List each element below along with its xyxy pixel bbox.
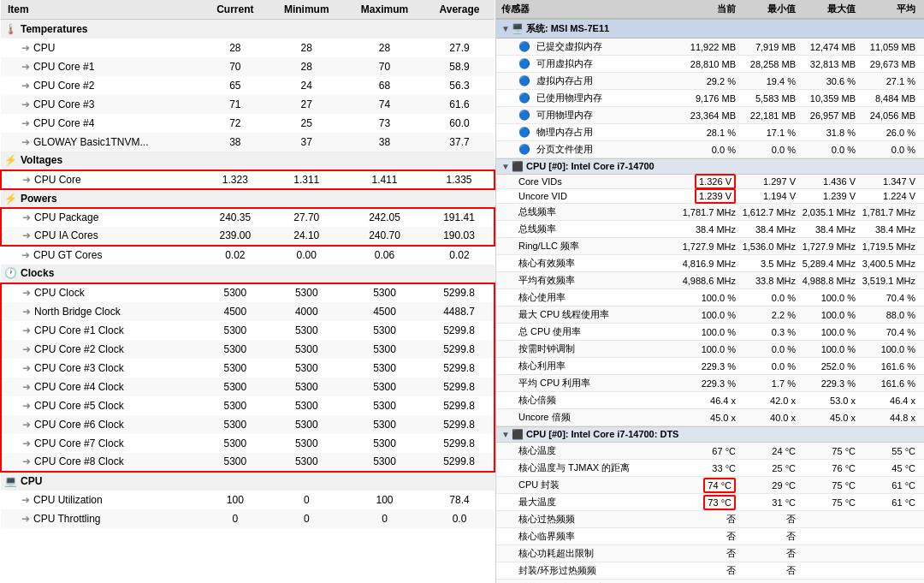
rp-max: 30.6 % — [799, 76, 859, 86]
rp-row-name: 封装/环形过热频频 — [501, 564, 679, 577]
rp-min: 17.1 % — [739, 128, 799, 138]
row-label: CPU Core #5 Clock — [34, 400, 124, 412]
row-average: 5299.8 — [424, 415, 495, 434]
rp-max: 32,813 MB — [799, 59, 859, 69]
row-name: ➜CPU GT Cores — [1, 246, 202, 265]
row-maximum: 5300 — [345, 283, 424, 302]
left-panel: Item Current Minimum Maximum Average 🌡️T… — [0, 0, 496, 583]
rp-row-label: 总 CPU 使用率 — [518, 325, 581, 338]
row-minimum: 5300 — [269, 415, 345, 434]
rp-col-min: 最小值 — [739, 3, 799, 15]
section-icon: ⚡ — [4, 193, 17, 205]
section-header: 🌡️Temperatures — [1, 20, 495, 39]
rp-col-max: 最大值 — [799, 3, 859, 15]
right-panel: 传感器 当前 最小值 最大值 平均 ▼🖥️ 系统: MSI MS-7E11🔵已提… — [496, 0, 924, 583]
rp-max: 100.0 % — [799, 344, 859, 354]
expand-icon[interactable]: ▼ — [501, 162, 510, 171]
rp-min: 24 °C — [739, 446, 799, 456]
section-label: Clocks — [21, 267, 54, 279]
row-name: ➜CPU Package — [1, 208, 202, 227]
rp-min: 否 — [739, 564, 799, 577]
rp-data-row: 核心温度67 °C24 °C75 °C55 °C — [496, 443, 924, 460]
section-name-text: CPU [#0]: Intel Core i7-14700 — [526, 161, 654, 171]
table-row: ➜CPU IA Cores239.0024.10240.70190.03 — [1, 227, 495, 246]
row-arrow-icon: ➜ — [22, 174, 31, 186]
row-minimum: 27 — [269, 95, 345, 114]
rp-min: 0.0 % — [739, 361, 799, 372]
highlighted-current-val: 73 °C — [703, 495, 736, 510]
row-arrow-icon: ➜ — [21, 494, 30, 506]
rp-min: 否 — [739, 530, 799, 543]
rp-data-row: 最大温度73 °C31 °C75 °C61 °C — [496, 494, 924, 511]
rp-data-row: 🔵已使用物理内存9,176 MB5,583 MB10,359 MB8,484 M… — [496, 90, 924, 107]
col-maximum: Maximum — [345, 0, 424, 20]
row-name: ➜CPU Utilization — [1, 491, 202, 509]
highlighted-current-val: 1.326 V — [695, 174, 736, 189]
rp-avg: 8,484 MB — [859, 93, 919, 104]
row-label: CPU Core #3 Clock — [34, 362, 124, 374]
col-minimum: Minimum — [269, 0, 345, 20]
row-average: 5299.8 — [424, 453, 495, 472]
row-minimum: 5300 — [269, 321, 345, 340]
rp-min: 1.297 V — [739, 176, 799, 187]
rp-avg: 61 °C — [859, 497, 919, 508]
rp-data-row: 最大 CPU 线程使用率100.0 %2.2 %100.0 %88.0 % — [496, 306, 924, 324]
rp-row-name: 🔵物理内存占用 — [501, 126, 679, 139]
row-minimum: 5300 — [269, 359, 345, 378]
row-average: 5299.8 — [424, 340, 495, 359]
row-average: 1.335 — [424, 170, 495, 189]
table-row: ➜CPU Package240.3527.70242.05191.41 — [1, 208, 495, 227]
rp-data-row: 核心利用率229.3 %0.0 %252.0 %161.6 % — [496, 358, 924, 375]
section-icon: 💻 — [4, 475, 17, 487]
cpu-icon: ⬛ — [512, 429, 526, 439]
rp-current: 100.0 % — [679, 310, 739, 320]
rp-row-name: Uncore 倍频 — [501, 411, 679, 424]
row-name: ➜CPU Core — [1, 170, 202, 189]
expand-icon[interactable]: ▼ — [501, 24, 510, 33]
rp-row-name: 核心利用率 — [501, 360, 679, 372]
row-name: ➜North Bridge Clock — [1, 302, 202, 321]
rp-current: 229.3 % — [679, 361, 739, 372]
row-name: ➜CPU Core #1 — [1, 57, 202, 76]
rp-avg: 29,673 MB — [859, 59, 919, 69]
sensor-icon: 🔵 — [518, 75, 530, 86]
row-average: 5299.8 — [424, 396, 495, 415]
row-minimum: 0.00 — [269, 246, 345, 265]
rp-max: 252.0 % — [799, 361, 859, 372]
expand-icon[interactable]: ▼ — [501, 430, 510, 439]
rp-data-row: 🔵虚拟内存占用29.2 %19.4 %30.6 %27.1 % — [496, 73, 924, 90]
rp-avg: 70.4 % — [859, 293, 919, 303]
row-maximum: 0 — [345, 509, 424, 528]
row-maximum: 73 — [345, 114, 424, 133]
rp-row-label: 平均有效频率 — [518, 274, 575, 287]
row-arrow-icon: ➜ — [22, 437, 31, 449]
row-minimum: 1.311 — [269, 170, 345, 189]
rp-current: 100.0 % — [679, 327, 739, 337]
sensor-icon: 🔵 — [518, 58, 530, 69]
rp-max: 53.0 x — [799, 396, 859, 406]
row-current: 239.00 — [202, 227, 268, 246]
rp-row-label: 核心利用率 — [518, 360, 566, 372]
rp-min: 1.7 % — [739, 378, 799, 389]
row-maximum: 100 — [345, 491, 424, 509]
row-arrow-icon: ➜ — [22, 381, 31, 393]
rp-current: 229.3 % — [679, 378, 739, 389]
rp-avg: 27.1 % — [859, 76, 919, 86]
rp-header: 传感器 当前 最小值 最大值 平均 — [496, 0, 924, 19]
rp-row-label: Uncore 倍频 — [518, 411, 571, 424]
table-row: ➜CPU Core #3 Clock5300530053005299.8 — [1, 359, 495, 378]
rp-max: 26,957 MB — [799, 110, 859, 121]
rp-row-name: 核心温度与 TJMAX 的距离 — [501, 461, 679, 474]
rp-section-title: ▼⬛ CPU [#0]: Intel Core i7-14700: DTS — [496, 426, 924, 443]
rp-row-name: 核心倍频 — [501, 394, 679, 407]
table-row: ➜CPU28282827.9 — [1, 39, 495, 57]
rp-min: 0.0 % — [739, 145, 799, 155]
rp-min: 25 °C — [739, 463, 799, 473]
rp-row-name: 核心有效频率 — [501, 257, 679, 270]
rp-row-label: 核心倍频 — [518, 394, 556, 407]
rp-current: 1.326 V — [679, 176, 739, 187]
row-label: CPU Clock — [34, 287, 85, 299]
rp-avg: 24,056 MB — [859, 110, 919, 121]
row-average: 61.6 — [424, 95, 495, 114]
row-label: CPU Core #6 Clock — [34, 419, 124, 431]
